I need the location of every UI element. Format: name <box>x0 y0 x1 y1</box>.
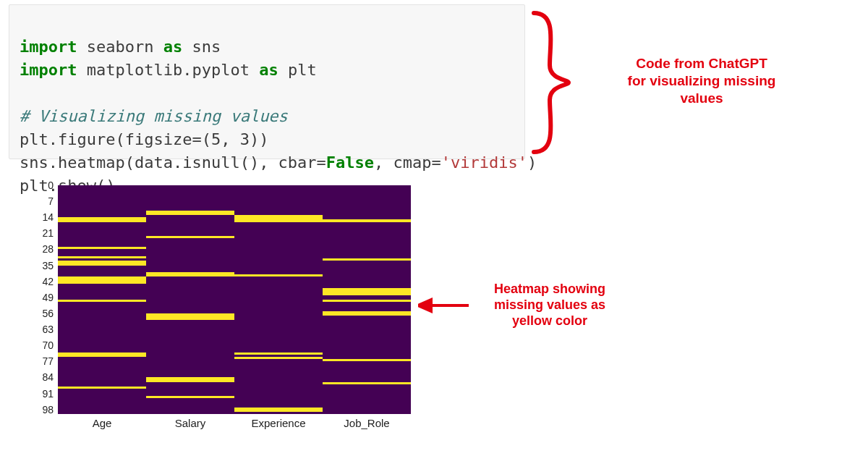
annotation-line: yellow color <box>477 313 622 329</box>
arrow-left-icon <box>418 297 469 314</box>
heatmap-y-tick: 28 <box>30 243 54 255</box>
heatmap-missing-cell <box>323 258 411 261</box>
heatmap-column-age <box>58 185 146 414</box>
heatmap-missing-cell <box>323 300 411 302</box>
heatmap-y-tick: 63 <box>30 324 54 335</box>
heatmap-missing-cell <box>323 288 411 295</box>
heatmap-missing-cell <box>58 276 146 283</box>
heatmap-y-tick: 84 <box>30 371 54 383</box>
heatmap-missing-cell <box>323 219 411 221</box>
heatmap-missing-cell <box>146 396 234 398</box>
heatmap-plot-area <box>58 185 411 414</box>
heatmap-column-jobrole <box>323 185 411 414</box>
heatmap-missing-cell <box>58 300 146 302</box>
code-text: sns.heatmap(data.isnull(), cbar= <box>20 153 326 172</box>
heatmap-y-tick: 70 <box>30 339 54 351</box>
heatmap-missing-cell <box>234 215 323 221</box>
heatmap-y-tick: 91 <box>30 388 54 400</box>
heatmap-y-ticks: 0714212835424956637077849198 <box>30 185 56 414</box>
code-text: plt <box>278 61 317 79</box>
code-text: sns <box>182 38 221 56</box>
heatmap-y-tick: 0 <box>30 180 54 191</box>
python-keyword-import: import <box>20 61 77 79</box>
annotation-heatmap: Heatmap showing missing values as yellow… <box>477 281 622 329</box>
heatmap-y-tick: 42 <box>30 276 54 287</box>
code-text: )) <box>250 130 269 148</box>
annotation-line: Heatmap showing <box>477 281 622 297</box>
heatmap-missing-cell <box>323 382 411 384</box>
heatmap-missing-cell <box>58 352 146 357</box>
heatmap-y-tick: 7 <box>30 195 54 207</box>
python-keyword-import: import <box>20 38 77 56</box>
python-comment: # Visualizing missing values <box>20 107 288 125</box>
heatmap-missing-cell <box>323 311 411 316</box>
heatmap-x-tick: Salary <box>175 417 206 429</box>
annotation-line: for visualizing missing <box>618 72 785 90</box>
heatmap-column-salary <box>146 185 234 414</box>
code-number: 3 <box>240 130 250 148</box>
python-keyword-as: as <box>163 38 183 56</box>
heatmap-missing-cell <box>234 352 323 355</box>
heatmap-missing-cell <box>58 387 146 389</box>
annotation-line: values <box>618 90 785 107</box>
heatmap-x-tick: Age <box>93 417 112 429</box>
annotation-code-source: Code from ChatGPT for visualizing missin… <box>618 55 785 107</box>
heatmap-missing-cell <box>58 256 146 258</box>
heatmap-missing-cell <box>146 211 234 215</box>
heatmap-missing-cell <box>323 359 411 361</box>
python-keyword-as: as <box>259 61 278 79</box>
heatmap-x-ticks: AgeSalaryExperienceJob_Role <box>58 417 411 434</box>
heatmap-y-tick: 77 <box>30 355 54 367</box>
code-block: import seaborn as sns import matplotlib.… <box>9 4 525 159</box>
heatmap-y-tick: 21 <box>30 227 54 239</box>
annotation-line: missing values as <box>477 297 622 313</box>
heatmap-y-tick: 98 <box>30 404 54 415</box>
annotation-line: Code from ChatGPT <box>618 55 785 72</box>
python-string: 'viridis' <box>441 153 527 172</box>
heatmap-missing-cell <box>234 274 323 276</box>
svg-marker-1 <box>418 300 431 311</box>
code-text: seaborn <box>77 38 163 56</box>
heatmap-x-tick: Job_Role <box>344 417 389 429</box>
code-text: , cmap= <box>374 153 441 172</box>
heatmap-missing-cell <box>58 217 146 221</box>
heatmap-missing-cell <box>146 313 234 320</box>
code-number: 5 <box>211 130 221 148</box>
curly-brace-icon <box>528 7 571 158</box>
heatmap-y-tick: 35 <box>30 260 54 271</box>
code-text: plt.figure(figsize=( <box>20 130 211 148</box>
code-text: , <box>221 130 240 148</box>
heatmap-x-tick: Experience <box>251 417 305 429</box>
heatmap-figure: 0714212835424956637077849198 AgeSalaryEx… <box>30 185 421 446</box>
heatmap-missing-cell <box>146 377 234 381</box>
heatmap-missing-cell <box>234 357 323 359</box>
heatmap-y-tick: 49 <box>30 292 54 303</box>
python-keyword-false: False <box>326 153 374 172</box>
heatmap-missing-cell <box>234 408 323 412</box>
heatmap-missing-cell <box>58 247 146 249</box>
heatmap-column-experience <box>234 185 323 414</box>
heatmap-y-tick: 14 <box>30 211 54 223</box>
heatmap-missing-cell <box>146 272 234 276</box>
heatmap-y-tick: 56 <box>30 308 54 319</box>
heatmap-missing-cell <box>58 261 146 265</box>
code-text: matplotlib.pyplot <box>77 61 259 79</box>
heatmap-missing-cell <box>146 236 234 238</box>
code-blank-line <box>20 84 29 102</box>
